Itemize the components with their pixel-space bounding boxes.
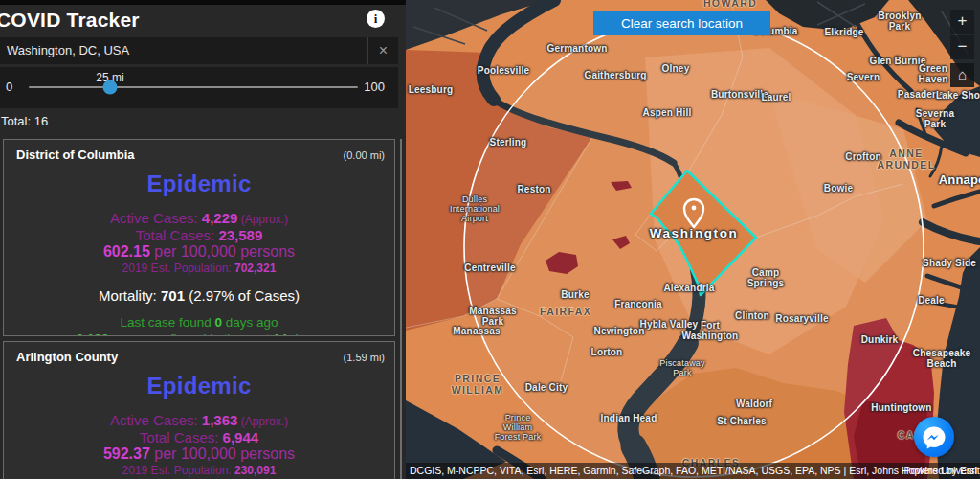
app-header: COVID Tracker i xyxy=(0,5,406,35)
active-cases-value: 1,363 xyxy=(202,412,238,428)
card-header: Arlington County (1.59 mi) xyxy=(4,348,394,367)
map-view[interactable]: GermantownPoolesvilleLeesburgGaithersbur… xyxy=(406,0,980,479)
card-distance: (1.59 mi) xyxy=(344,352,385,363)
sidebar-panel: COVID Tracker i Washington, DC, USA × 25… xyxy=(0,0,406,479)
status-badge: Epidemic xyxy=(4,171,394,197)
slider-max-label: 100 xyxy=(364,80,385,94)
active-cases-value: 4,229 xyxy=(202,210,238,226)
card-distance: (0.00 mi) xyxy=(344,149,385,161)
card-header: District of Columbia (0.00 mi) xyxy=(4,146,394,165)
card-title: Arlington County xyxy=(16,350,118,364)
card-stats: Active Cases: 4,229 (Approx.) Total Case… xyxy=(4,210,394,275)
map-attribution-bar: DCGIS, M-NCPPC, VITA, Esri, HERE, Garmin… xyxy=(406,463,980,479)
map-canvas[interactable] xyxy=(406,0,980,479)
slider-min-label: 0 xyxy=(6,80,12,94)
card-title: District of Columbia xyxy=(16,148,135,162)
results-total: Total: 16 xyxy=(1,114,48,128)
active-cases-label: Active Cases: xyxy=(110,412,202,428)
messenger-chat-button[interactable] xyxy=(914,417,954,457)
attribution-text: DCGIS, M-NCPPC, VITA, Esri, HERE, Garmin… xyxy=(410,463,980,479)
app-title: COVID Tracker xyxy=(0,9,140,32)
powered-by-esri: Powered by Esri xyxy=(904,463,977,479)
home-button[interactable]: ⌂ xyxy=(950,63,974,87)
slider-handle[interactable] xyxy=(103,80,118,95)
population-value: 702,321 xyxy=(234,262,276,275)
messenger-icon xyxy=(922,425,947,450)
active-cases-approx: (Approx.) xyxy=(237,415,288,428)
total-cases-label: Total Cases: xyxy=(136,227,219,243)
population-label: 2019 Est. Population: xyxy=(122,262,234,275)
population-label: 2019 Est. Population: xyxy=(122,464,234,477)
zoom-out-button[interactable]: − xyxy=(950,35,974,59)
result-card-arlington-county[interactable]: Arlington County (1.59 mi) Epidemic Acti… xyxy=(3,341,395,479)
total-cases-value: 23,589 xyxy=(218,227,262,243)
status-badge: Epidemic xyxy=(4,373,394,399)
search-input[interactable]: Washington, DC, USA xyxy=(7,43,129,57)
info-icon[interactable]: i xyxy=(367,10,385,28)
recent-cases-block: Last case found 0 days ago 3,180 cases c… xyxy=(4,315,394,336)
total-cases-value: 6,944 xyxy=(223,429,259,445)
rate-text: per 100,000 persons xyxy=(150,445,295,462)
close-icon[interactable]: × xyxy=(368,37,398,64)
rate-value: 592.37 xyxy=(103,445,150,462)
mortality-line: Mortality: 701 (2.97% of Cases) xyxy=(4,287,394,304)
result-card-district-of-columbia[interactable]: District of Columbia (0.00 mi) Epidemic … xyxy=(3,139,395,336)
zoom-in-button[interactable]: + xyxy=(950,10,974,34)
rate-value: 602.15 xyxy=(103,243,150,260)
population-value: 230,091 xyxy=(234,464,276,477)
clear-search-location-button[interactable]: Clear search location xyxy=(593,11,770,35)
active-cases-label: Active Cases: xyxy=(110,210,202,226)
covid-tracker-app: COVID Tracker i Washington, DC, USA × 25… xyxy=(0,0,980,479)
radius-slider-section: 25 mi 0 100 xyxy=(0,67,398,108)
slider-track[interactable] xyxy=(29,86,358,88)
list-scrollbar[interactable] xyxy=(400,139,402,479)
search-box[interactable]: Washington, DC, USA × xyxy=(0,37,398,64)
active-cases-approx: (Approx.) xyxy=(237,213,288,226)
rate-text: per 100,000 persons xyxy=(150,243,295,260)
total-cases-label: Total Cases: xyxy=(140,429,223,445)
card-stats: Active Cases: 1,363 (Approx.) Total Case… xyxy=(4,412,394,477)
